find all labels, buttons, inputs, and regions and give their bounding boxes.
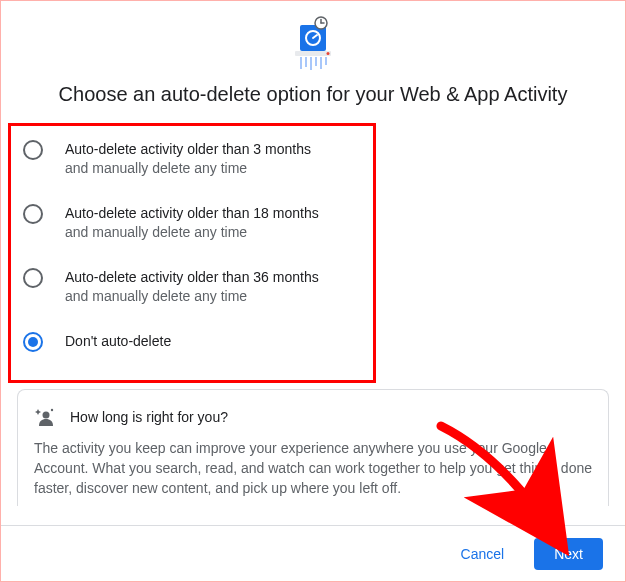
option-label: Auto-delete activity older than 3 months <box>65 139 311 159</box>
option-36-months[interactable]: Auto-delete activity older than 36 month… <box>9 254 617 318</box>
cancel-button[interactable]: Cancel <box>441 538 525 570</box>
option-label: Auto-delete activity older than 18 month… <box>65 203 319 223</box>
info-card: How long is right for you? The activity … <box>17 389 609 506</box>
option-label: Auto-delete activity older than 36 month… <box>65 267 319 287</box>
svg-point-15 <box>51 409 53 411</box>
svg-rect-3 <box>295 51 331 56</box>
option-18-months[interactable]: Auto-delete activity older than 18 month… <box>9 190 617 254</box>
radio-icon <box>23 140 43 160</box>
option-dont-auto-delete[interactable]: Don't auto-delete <box>9 318 617 365</box>
page-title: Choose an auto-delete option for your We… <box>1 71 625 124</box>
info-title: How long is right for you? <box>70 409 228 425</box>
option-sublabel: and manually delete any time <box>65 223 319 241</box>
svg-point-14 <box>43 412 50 419</box>
radio-icon <box>23 268 43 288</box>
option-3-months[interactable]: Auto-delete activity older than 3 months… <box>9 126 617 190</box>
info-body: The activity you keep can improve your e… <box>34 438 592 498</box>
auto-delete-options: Auto-delete activity older than 3 months… <box>1 124 625 367</box>
radio-icon <box>23 332 43 352</box>
radio-icon <box>23 204 43 224</box>
svg-point-4 <box>327 52 330 55</box>
option-label: Don't auto-delete <box>65 331 171 351</box>
option-sublabel: and manually delete any time <box>65 287 319 305</box>
hero-illustration <box>1 1 625 71</box>
option-sublabel: and manually delete any time <box>65 159 311 177</box>
shredder-clock-icon <box>285 15 341 71</box>
next-button[interactable]: Next <box>534 538 603 570</box>
sparkle-person-icon <box>34 406 56 428</box>
dialog-footer: Cancel Next <box>1 525 625 581</box>
